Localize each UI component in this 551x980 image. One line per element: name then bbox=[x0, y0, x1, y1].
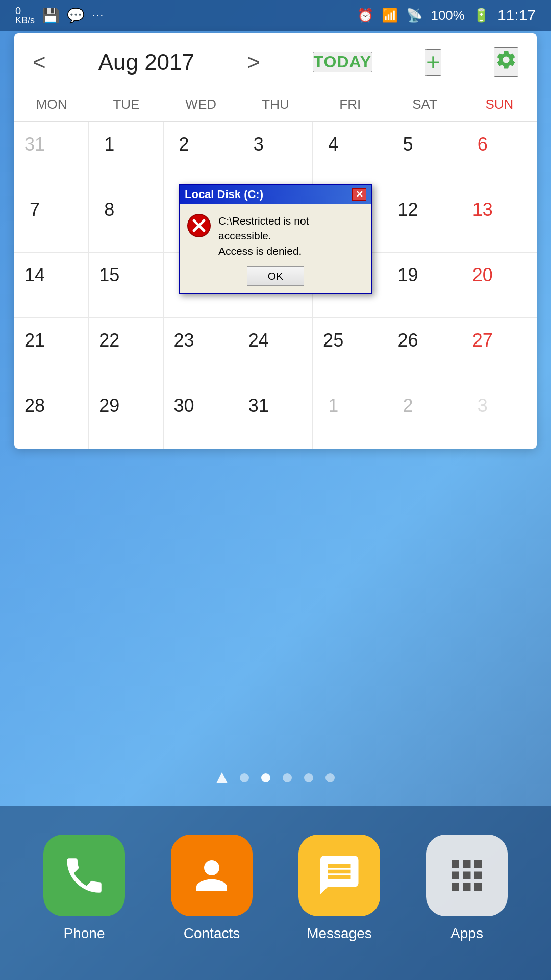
messages-label: Messages bbox=[307, 925, 372, 942]
calendar-header: < Aug 2017 > TODAY + bbox=[14, 33, 537, 87]
status-right: ⏰ 📶 📡 100% 🔋 11:17 bbox=[357, 7, 536, 24]
table-row[interactable]: 4 bbox=[313, 122, 387, 187]
dow-wed: WED bbox=[164, 92, 238, 116]
phone-label: Phone bbox=[64, 925, 105, 942]
dialog-ok-button[interactable]: OK bbox=[247, 266, 304, 286]
alarm-icon: ⏰ bbox=[357, 8, 373, 23]
contacts-icon bbox=[171, 835, 253, 916]
table-row[interactable]: 29 bbox=[89, 383, 163, 449]
table-row[interactable]: 22 bbox=[89, 318, 163, 383]
dialog-footer: OK bbox=[180, 266, 371, 293]
dow-thu: THU bbox=[238, 92, 313, 116]
dock-item-apps[interactable]: Apps bbox=[426, 835, 508, 942]
table-row[interactable]: 31 bbox=[238, 383, 313, 449]
battery-icon: 🔋 bbox=[473, 8, 489, 23]
table-row[interactable]: 23 bbox=[164, 318, 238, 383]
table-row[interactable]: 14 bbox=[14, 253, 89, 318]
dow-mon: MON bbox=[14, 92, 89, 116]
calendar-title: Aug 2017 bbox=[98, 50, 194, 75]
dock-item-messages[interactable]: Messages bbox=[298, 835, 380, 942]
table-row[interactable]: 31 bbox=[14, 122, 89, 187]
table-row[interactable]: 1 bbox=[313, 383, 387, 449]
more-icon: ··· bbox=[92, 9, 104, 22]
dow-tue: TUE bbox=[89, 92, 163, 116]
windows-error-dialog: Local Disk (C:) ✕ C:\Restricted is not a… bbox=[179, 184, 372, 294]
dow-fri: FRI bbox=[313, 92, 387, 116]
next-month-button[interactable]: > bbox=[247, 51, 260, 74]
kb-value: 0 bbox=[15, 6, 35, 16]
apps-label: Apps bbox=[450, 925, 483, 942]
table-row[interactable]: 30 bbox=[164, 383, 238, 449]
prev-month-button[interactable]: < bbox=[33, 51, 46, 74]
wifi-icon: 📶 bbox=[382, 8, 398, 23]
today-button[interactable]: TODAY bbox=[313, 52, 372, 72]
page-dot-5[interactable] bbox=[325, 773, 335, 782]
page-indicators bbox=[0, 772, 551, 783]
table-row[interactable]: 2 bbox=[164, 122, 238, 187]
calendar-settings-button[interactable] bbox=[494, 47, 518, 77]
table-row[interactable]: 27 bbox=[462, 318, 537, 383]
dow-sun: SUN bbox=[462, 92, 537, 116]
calendar-widget: < Aug 2017 > TODAY + MON TUE WED THU FRI… bbox=[14, 33, 537, 449]
table-row[interactable]: 5 bbox=[387, 122, 462, 187]
status-left: 0 KB/s 💾 💬 ··· bbox=[15, 6, 104, 25]
dialog-message: C:\Restricted is not accessible.Access i… bbox=[218, 213, 364, 258]
page-dot-1[interactable] bbox=[240, 773, 249, 782]
dialog-title: Local Disk (C:) bbox=[185, 188, 263, 201]
bbm-icon: 💬 bbox=[67, 7, 85, 24]
page-dot-4[interactable] bbox=[304, 773, 313, 782]
kb-unit: KB/s bbox=[15, 16, 35, 25]
table-row[interactable]: 19 bbox=[387, 253, 462, 318]
page-dot-2[interactable] bbox=[261, 773, 270, 782]
table-row[interactable]: 15 bbox=[89, 253, 163, 318]
table-row[interactable]: 6 bbox=[462, 122, 537, 187]
dock: Phone Contacts Messages Apps bbox=[0, 806, 551, 980]
table-row[interactable]: 8 bbox=[89, 187, 163, 253]
dock-item-phone[interactable]: Phone bbox=[43, 835, 125, 942]
sd-card-icon: 💾 bbox=[42, 7, 60, 24]
table-row[interactable]: 12 bbox=[387, 187, 462, 253]
table-row[interactable]: 7 bbox=[14, 187, 89, 253]
dialog-close-button[interactable]: ✕ bbox=[352, 188, 366, 201]
dow-sat: SAT bbox=[387, 92, 462, 116]
table-row[interactable]: 28 bbox=[14, 383, 89, 449]
apps-icon bbox=[426, 835, 508, 916]
table-row[interactable]: 26 bbox=[387, 318, 462, 383]
signal-icon: 📡 bbox=[406, 8, 422, 23]
home-indicator[interactable] bbox=[216, 772, 228, 783]
days-of-week: MON TUE WED THU FRI SAT SUN bbox=[14, 87, 537, 122]
table-row[interactable]: 20 bbox=[462, 253, 537, 318]
table-row[interactable]: 1 bbox=[89, 122, 163, 187]
kb-speed: 0 KB/s bbox=[15, 6, 35, 25]
time-display: 11:17 bbox=[497, 7, 536, 24]
status-bar: 0 KB/s 💾 💬 ··· ⏰ 📶 📡 100% 🔋 11:17 bbox=[0, 0, 551, 31]
table-row[interactable]: 24 bbox=[238, 318, 313, 383]
dialog-titlebar: Local Disk (C:) ✕ bbox=[180, 185, 371, 204]
table-row[interactable]: 3 bbox=[462, 383, 537, 449]
page-dot-3[interactable] bbox=[283, 773, 292, 782]
contacts-label: Contacts bbox=[184, 925, 240, 942]
messages-icon bbox=[298, 835, 380, 916]
battery-text: 100% bbox=[431, 8, 465, 23]
table-row[interactable]: 13 bbox=[462, 187, 537, 253]
table-row[interactable]: 2 bbox=[387, 383, 462, 449]
dialog-body: C:\Restricted is not accessible.Access i… bbox=[180, 204, 371, 266]
error-icon bbox=[187, 213, 211, 238]
dock-item-contacts[interactable]: Contacts bbox=[171, 835, 253, 942]
add-event-button[interactable]: + bbox=[425, 49, 441, 76]
table-row[interactable]: 25 bbox=[313, 318, 387, 383]
table-row[interactable]: 21 bbox=[14, 318, 89, 383]
phone-icon bbox=[43, 835, 125, 916]
table-row[interactable]: 3 bbox=[238, 122, 313, 187]
